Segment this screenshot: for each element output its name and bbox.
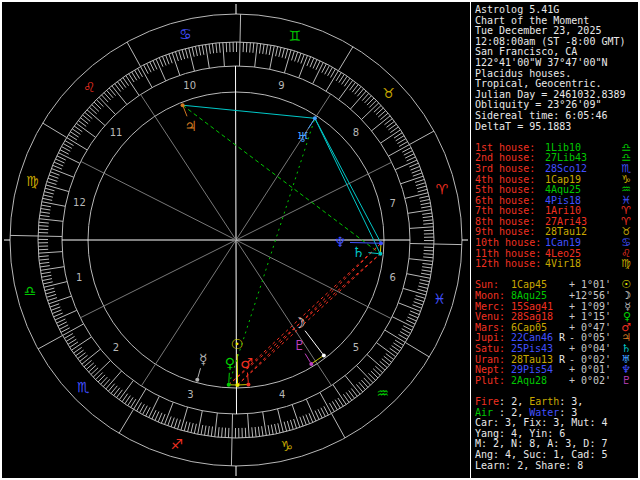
house-label: 12th house:: [475, 259, 545, 270]
svg-text:8: 8: [353, 127, 359, 138]
svg-text:9: 9: [278, 80, 284, 91]
info-text: 122°41'00"W 37°47'00"N: [475, 58, 607, 69]
svg-text:☿: ☿: [199, 351, 208, 367]
svg-text:♋: ♋: [179, 26, 192, 42]
stat-line: Ang: 4, Suc: 1, Cad: 5: [475, 450, 635, 461]
svg-text:4: 4: [279, 389, 285, 400]
stat-text: : 2,: [499, 397, 529, 408]
svg-text:11: 11: [110, 127, 123, 138]
svg-text:☽: ☽: [293, 315, 306, 331]
house-cusp-value: 4Vir18: [545, 259, 581, 270]
svg-text:10: 10: [183, 80, 196, 91]
svg-text:1: 1: [76, 272, 82, 283]
svg-text:5: 5: [353, 342, 359, 353]
stat-text: Earth: [529, 397, 559, 408]
planet-label: Satu:: [475, 344, 511, 355]
info-line: 122°41'00"W 37°47'00"N: [475, 58, 635, 69]
info-text: DeltaT = 95.1883: [475, 122, 571, 133]
info-text: Sidereal time: 6:05:46: [475, 111, 607, 122]
stat-text: Learn: 2, Share: 8: [475, 461, 583, 472]
stat-text: Fire: [475, 397, 499, 408]
svg-text:♇: ♇: [294, 337, 307, 353]
svg-text:♈: ♈: [436, 181, 449, 197]
element-stats: Fire: 2, Earth: 3,Air : 2, Water: 3Car: …: [475, 397, 635, 471]
zodiac-sign-icon: ♍: [621, 259, 635, 270]
panel-divider: [470, 2, 471, 478]
svg-text:♏: ♏: [77, 379, 90, 395]
svg-text:♓: ♓: [433, 291, 446, 307]
svg-text:♒: ♒: [377, 385, 390, 401]
planet-velocity: + 0°04': [569, 344, 621, 355]
retrograde-flag: R: [559, 333, 569, 344]
svg-text:♅: ♅: [297, 129, 310, 145]
svg-text:♉: ♉: [383, 85, 396, 101]
house-label: 3rd house:: [475, 164, 545, 175]
stat-line: Fire: 2, Earth: 3,: [475, 397, 635, 408]
svg-text:2: 2: [113, 342, 119, 353]
planet-velocity: + 0°02': [569, 376, 621, 387]
info-panel: Astrolog 5.41GChart of the MomentTue Dec…: [475, 5, 635, 471]
info-line: Astrolog 5.41G: [475, 5, 635, 16]
svg-text:♆: ♆: [334, 234, 347, 250]
info-line: DeltaT = 95.1883: [475, 122, 635, 133]
planet-position-value: 2Aqu28: [511, 376, 559, 387]
planet-position-value: 25Pis43: [511, 344, 559, 355]
svg-text:♃: ♃: [184, 118, 197, 134]
svg-text:7: 7: [390, 198, 396, 209]
info-text: Astrolog 5.41G: [475, 5, 559, 16]
svg-text:♂: ♂: [240, 355, 253, 371]
stat-line: Learn: 2, Share: 8: [475, 461, 635, 472]
house-table: 1st house:1Lib10♎2nd house:27Lib43♎3rd h…: [475, 143, 635, 270]
svg-text:♍: ♍: [26, 173, 39, 189]
info-line: Sidereal time: 6:05:46: [475, 111, 635, 122]
svg-text:3: 3: [187, 389, 193, 400]
house-row: 3rd house:28Sco12♏: [475, 164, 635, 175]
planet-row: Satu:25Pis43+ 0°04'♄: [475, 344, 635, 355]
svg-text:12: 12: [73, 197, 86, 208]
svg-text:☉: ☉: [231, 336, 244, 352]
retrograde-flag: R: [559, 355, 569, 366]
stat-text: : 3,: [559, 397, 583, 408]
house-row: 12th house:4Vir18♍: [475, 259, 635, 270]
svg-text:♌: ♌: [83, 79, 96, 95]
house-cusp-value: 28Sco12: [545, 164, 587, 175]
info-header: Astrolog 5.41GChart of the MomentTue Dec…: [475, 5, 635, 132]
svg-text:♐: ♐: [171, 436, 184, 452]
chart-wheel: ♈♉♊♋♌♍♎♏♐♑♒♓123456789101112♅♃☿♀☉♂♇☽♄♆: [2, 2, 470, 478]
planet-row: Plut:2Aqu28+ 0°02'♇: [475, 376, 635, 387]
svg-text:♀: ♀: [225, 355, 235, 371]
svg-text:♎: ♎: [24, 283, 37, 299]
planet-icon: ♇: [621, 376, 635, 387]
planet-label: Plut:: [475, 376, 511, 387]
svg-text:♊: ♊: [289, 28, 302, 44]
svg-text:♄: ♄: [352, 244, 365, 260]
stat-text: Ang: 4, Suc: 1, Cad: 5: [475, 450, 607, 461]
svg-text:6: 6: [389, 272, 395, 283]
svg-text:♑: ♑: [280, 438, 293, 454]
planet-table: Sun:1Cap45+ 1°01'☉Moon:8Aqu25+12°56'☽Mer…: [475, 280, 635, 386]
astrolog-window: ♈♉♊♋♌♍♎♏♐♑♒♓123456789101112♅♃☿♀☉♂♇☽♄♆ As…: [0, 0, 640, 480]
